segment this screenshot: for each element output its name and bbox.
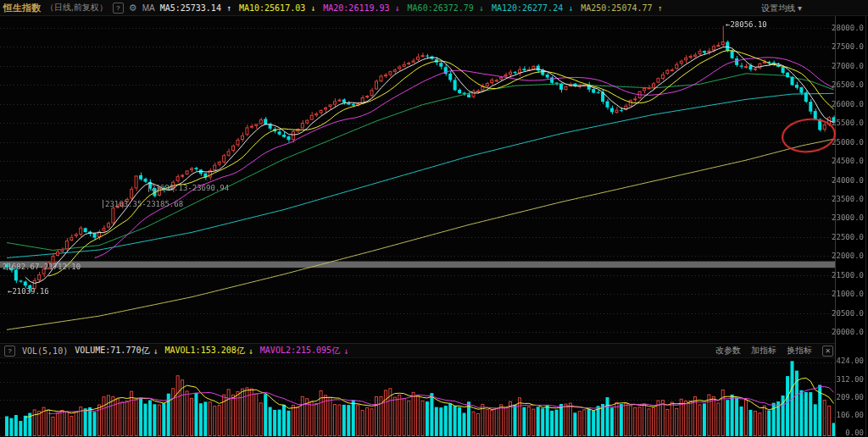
ma-settings-label: 设置均线 bbox=[761, 3, 795, 13]
ma-value-ma5: MA5:25733.14 ↑ bbox=[160, 3, 231, 13]
help-icon[interactable]: ? bbox=[113, 3, 124, 14]
price-tick-label: 27500.0 bbox=[832, 42, 864, 51]
price-tick-label: 26500.0 bbox=[832, 80, 864, 89]
indicator-actions: 改参数加指标换指标 bbox=[715, 345, 815, 357]
chevron-down-icon: ▾ bbox=[798, 3, 802, 13]
mavol2-value: MAVOL2:215.095亿 bbox=[260, 345, 340, 357]
ma-settings-button[interactable]: 设置均线 ▾ bbox=[761, 3, 802, 14]
volume-tick-label: 424.00 bbox=[836, 357, 864, 365]
price-tick-label: 26000.0 bbox=[832, 100, 864, 108]
volume-tick-label: 106.00 bbox=[836, 411, 864, 419]
annotation-peak: ←28056.10 bbox=[726, 20, 767, 29]
price-tick-label: 22000.0 bbox=[832, 252, 864, 260]
volume-value: VOLUME:71.770亿 bbox=[75, 345, 149, 357]
volume-tick-label: 209.00 bbox=[836, 393, 864, 401]
volume-header: ? VOL(5,10) VOLUME:71.770亿 ↓ MAVOL1:153.… bbox=[0, 343, 835, 358]
ma-value-ma120: MA120:26277.24 ↓ bbox=[492, 3, 573, 13]
volume-tick-label: 0.00 bbox=[845, 429, 864, 437]
price-tick-label: 21500.0 bbox=[832, 271, 864, 279]
ma-group-label: MA bbox=[142, 3, 155, 13]
close-icon[interactable]: ✕ bbox=[822, 346, 833, 357]
volume-chart-canvas[interactable] bbox=[0, 359, 835, 437]
annotation-gap-b: 23163.35-23185.68 bbox=[103, 200, 183, 208]
price-tick-label: 25000.0 bbox=[832, 138, 864, 147]
price-tick-label: 23500.0 bbox=[832, 195, 864, 203]
ma-value-ma60: MA60:26372.79 ↓ bbox=[408, 3, 484, 13]
price-tick-label: 25500.0 bbox=[832, 119, 864, 127]
price-tick-label: 22500.0 bbox=[832, 233, 864, 241]
indicator-action-0[interactable]: 改参数 bbox=[715, 345, 741, 357]
price-chart-canvas[interactable] bbox=[0, 17, 835, 343]
price-tick-label: 24000.0 bbox=[832, 176, 864, 185]
annotation-gap-c: 21682.67-21712.10 bbox=[3, 263, 81, 271]
gear-icon[interactable]: ⚙ bbox=[129, 3, 137, 13]
volume-tick-label: 312.00 bbox=[836, 375, 864, 384]
price-tick-label: 24500.0 bbox=[832, 157, 864, 165]
trading-app-window: 恒生指数 （日线,前复权） ? ⚙ MA MA5:25733.14 ↑MA10:… bbox=[0, 0, 868, 437]
mavol1-value: MAVOL1:153.208亿 bbox=[165, 345, 245, 357]
volume-help-icon[interactable]: ? bbox=[4, 346, 15, 357]
mavol1-arrow-icon: ↓ bbox=[248, 346, 253, 356]
ma-value-ma20: MA20:26119.93 ↓ bbox=[323, 3, 399, 13]
price-axis: 28000.027500.027000.026500.026000.025500… bbox=[835, 16, 868, 437]
volume-indicator-label[interactable]: VOL(5,10) bbox=[22, 346, 68, 356]
annotation-low: ←21039.16 bbox=[8, 287, 49, 296]
ma-value-ma10: MA10:25617.03 ↓ bbox=[239, 3, 315, 13]
price-tick-label: 28000.0 bbox=[832, 24, 864, 32]
mavol2-arrow-icon: ↓ bbox=[343, 346, 348, 356]
price-tick-label: 20000.0 bbox=[832, 328, 864, 336]
indicator-action-1[interactable]: 加指标 bbox=[751, 345, 776, 357]
annotation-gap-a: 23689.13-23690.94 bbox=[148, 184, 229, 192]
price-tick-label: 20500.0 bbox=[832, 309, 864, 318]
volume-arrow-icon: ↓ bbox=[153, 346, 158, 356]
chart-mode-label: （日线,前复权） bbox=[46, 2, 108, 14]
price-tick-label: 21000.0 bbox=[832, 290, 864, 298]
chart-header: 恒生指数 （日线,前复权） ? ⚙ MA MA5:25733.14 ↑MA10:… bbox=[0, 0, 868, 16]
ma-value-ma250: MA250:25074.77 ↑ bbox=[581, 3, 662, 13]
price-tick-label: 23000.0 bbox=[832, 213, 864, 222]
price-tick-label: 27000.0 bbox=[832, 62, 864, 70]
ma-values: MA5:25733.14 ↑MA10:25617.03 ↓MA20:26119.… bbox=[160, 3, 663, 13]
indicator-action-2[interactable]: 换指标 bbox=[787, 345, 812, 357]
symbol-name[interactable]: 恒生指数 bbox=[3, 2, 41, 14]
